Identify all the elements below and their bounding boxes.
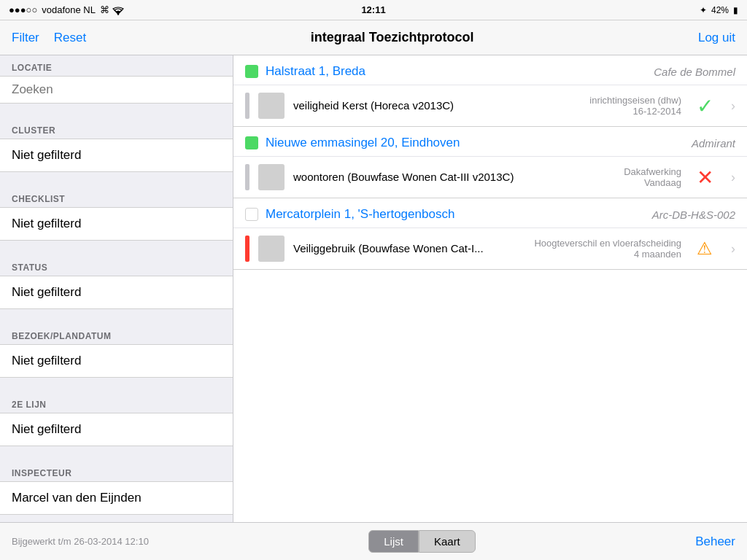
bottom-bar: Bijgewerkt t/m 26-03-2014 12:10 Lijst Ka… (0, 522, 747, 560)
nav-title: integraal Toezichtprotocol (311, 30, 474, 45)
visit-info-3-1: Veiliggebruik (Bouwfase Wonen Cat-I... (293, 242, 525, 255)
visit-info-2-1: woontoren (Bouwfase Wonen Cat-III v2013C… (293, 171, 615, 184)
status-bar-time: 12:11 (361, 4, 385, 15)
update-info: Bijgewerkt t/m 26-03-2014 12:10 (12, 536, 149, 547)
visit-placeholder-3-1 (258, 236, 285, 262)
status-bar-left: ●●●○○ vodafone NL ⌘ (9, 4, 124, 15)
location-name-3: Mercatorplein 1, 'S-hertogenbosch (266, 207, 454, 222)
wifi-icon: ⌘ (100, 4, 124, 15)
carrier-label: vodafone NL (42, 4, 96, 15)
visit-color-bar-3-1 (245, 236, 249, 262)
cluster-header: CLUSTER (0, 118, 233, 139)
list-tab[interactable]: Lijst (368, 530, 419, 553)
status-bar: ●●●○○ vodafone NL ⌘ 12:11 ✦ 42% ▮ (0, 0, 747, 20)
visit-color-bar-2-1 (245, 164, 249, 190)
x-icon: ✕ (697, 166, 713, 190)
tweede-lijn-value[interactable]: Niet gefilterd (0, 413, 233, 446)
chevron-icon-2-1: › (728, 170, 735, 185)
visit-placeholder-1-1 (258, 93, 285, 119)
visit-meta-date-2-1: Vandaag (624, 177, 681, 188)
battery-icon: ▮ (733, 5, 738, 15)
beheer-button[interactable]: Beheer (695, 534, 735, 549)
search-box[interactable] (0, 76, 233, 104)
visit-row-3-1[interactable]: Veiliggebruik (Bouwfase Wonen Cat-I... H… (233, 228, 747, 269)
bezoek-value[interactable]: Niet gefilterd (0, 344, 233, 378)
location-header-1[interactable]: Halstraat 1, Breda Cafe de Bommel (233, 55, 747, 85)
visit-status-1-1: ✓ (690, 94, 719, 118)
visit-meta-1-1: inrichtingseisen (dhw) 16-12-2014 (589, 95, 681, 117)
visit-name-1-1: veiligheid Kerst (Horeca v2013C) (293, 99, 454, 112)
bezoek-header: BEZOEK/PLANDATUM (0, 324, 233, 344)
visit-meta-label-1-1: inrichtingseisen (dhw) (589, 95, 681, 106)
cluster-value[interactable]: Niet gefilterd (0, 139, 233, 172)
content-pane: Halstraat 1, Breda Cafe de Bommel veilig… (233, 55, 747, 522)
nav-bar: Filter Reset integraal Toezichtprotocol … (0, 20, 747, 55)
visit-meta-label-2-1: Dakafwerking (624, 166, 681, 177)
location-subtitle-2: Admirant (692, 137, 735, 149)
view-tabs: Lijst Kaart (368, 530, 476, 553)
location-dot-3 (245, 208, 258, 221)
locatie-header: LOCATIE (0, 55, 233, 76)
visit-status-2-1: ✕ (690, 166, 719, 190)
visit-meta-date-1-1: 16-12-2014 (589, 106, 681, 117)
visit-meta-date-3-1: 4 maanden (534, 249, 681, 260)
location-group-3: Mercatorplein 1, 'S-hertogenbosch Arc-DB… (233, 198, 747, 270)
location-name-1: Halstraat 1, Breda (266, 64, 365, 79)
check-icon: ✓ (697, 94, 713, 118)
location-subtitle-1: Cafe de Bommel (654, 66, 735, 78)
warning-icon: ⚠ (697, 238, 713, 259)
inspecteur-header: INSPECTEUR (0, 461, 233, 481)
kaart-tab[interactable]: Kaart (419, 530, 476, 553)
inspecteur-value[interactable]: Marcel van den Eijnden (0, 481, 233, 515)
location-header-3[interactable]: Mercatorplein 1, 'S-hertogenbosch Arc-DB… (233, 198, 747, 228)
signal-dots: ●●●○○ (9, 4, 37, 15)
tweede-lijn-header: 2E LIJN (0, 392, 233, 413)
visit-meta-2-1: Dakafwerking Vandaag (624, 166, 681, 188)
visit-name-3-1: Veiliggebruik (Bouwfase Wonen Cat-I... (293, 242, 484, 254)
visit-placeholder-2-1 (258, 164, 285, 190)
location-name-2: Nieuwe emmasingel 20, Eindhoven (266, 136, 460, 150)
visit-meta-3-1: Hoogteverschil en vloerafscheiding 4 maa… (534, 238, 681, 260)
status-header: STATUS (0, 255, 233, 276)
location-header-2[interactable]: Nieuwe emmasingel 20, Eindhoven Admirant (233, 127, 747, 156)
battery-label: 42% (711, 5, 729, 15)
location-dot-2 (245, 136, 258, 149)
visit-color-bar-1-1 (245, 93, 249, 119)
visit-row-1-1[interactable]: veiligheid Kerst (Horeca v2013C) inricht… (233, 85, 747, 126)
status-value[interactable]: Niet gefilterd (0, 276, 233, 309)
reset-button[interactable]: Reset (54, 31, 86, 45)
location-subtitle-3: Arc-DB-H&S-002 (652, 209, 735, 221)
main-layout: LOCATIE CLUSTER Niet gefilterd CHECKLIST… (0, 55, 747, 522)
visit-status-3-1: ⚠ (690, 238, 719, 259)
checklist-header: CHECKLIST (0, 187, 233, 207)
svg-point-0 (117, 13, 118, 15)
visit-meta-label-3-1: Hoogteverschil en vloerafscheiding (534, 238, 681, 249)
checklist-value[interactable]: Niet gefilterd (0, 207, 233, 241)
logout-button[interactable]: Log uit (698, 31, 735, 45)
chevron-icon-3-1: › (728, 241, 735, 257)
chevron-icon-1-1: › (728, 98, 735, 114)
search-input[interactable] (12, 82, 221, 97)
location-group-1: Halstraat 1, Breda Cafe de Bommel veilig… (233, 55, 747, 127)
filter-button[interactable]: Filter (12, 31, 39, 45)
visit-name-2-1: woontoren (Bouwfase Wonen Cat-III v2013C… (293, 171, 514, 183)
location-group-2: Nieuwe emmasingel 20, Eindhoven Admirant… (233, 127, 747, 198)
status-bar-right: ✦ 42% ▮ (700, 5, 738, 15)
sidebar: LOCATIE CLUSTER Niet gefilterd CHECKLIST… (0, 55, 233, 522)
location-dot-1 (245, 65, 258, 78)
visit-row-2-1[interactable]: woontoren (Bouwfase Wonen Cat-III v2013C… (233, 156, 747, 198)
visit-info-1-1: veiligheid Kerst (Horeca v2013C) (293, 99, 581, 112)
bluetooth-icon: ✦ (700, 5, 707, 15)
